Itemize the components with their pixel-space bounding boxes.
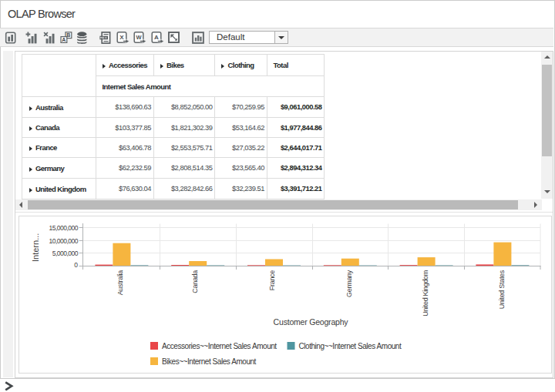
svg-text:Intern...: Intern... xyxy=(31,233,40,262)
svg-text:15,000,000: 15,000,000 xyxy=(49,224,78,232)
svg-text:Customer Geography: Customer Geography xyxy=(274,317,349,327)
svg-text:A: A xyxy=(154,34,159,41)
svg-text:Clothing~~Internet Sales Amoun: Clothing~~Internet Sales Amount xyxy=(299,342,402,350)
svg-text:United Kingdom: United Kingdom xyxy=(422,270,429,317)
svg-text:France: France xyxy=(268,270,276,291)
svg-text:United States: United States xyxy=(498,270,506,309)
svg-text:Germany: Germany xyxy=(345,270,353,297)
svg-text:Australia: Australia xyxy=(116,270,124,296)
svg-text:5,000,000: 5,000,000 xyxy=(52,250,79,257)
svg-text:W: W xyxy=(136,34,142,41)
svg-text:10,000,000: 10,000,000 xyxy=(49,237,78,245)
svg-text:Canada: Canada xyxy=(191,270,199,293)
svg-text:Bikes~~Internet Sales Amount: Bikes~~Internet Sales Amount xyxy=(162,357,257,366)
svg-text:0: 0 xyxy=(74,261,78,269)
svg-text:X: X xyxy=(119,34,124,41)
svg-text:Accessories~~Internet Sales Am: Accessories~~Internet Sales Amount xyxy=(162,342,277,350)
svg-text:A: A xyxy=(62,37,66,42)
